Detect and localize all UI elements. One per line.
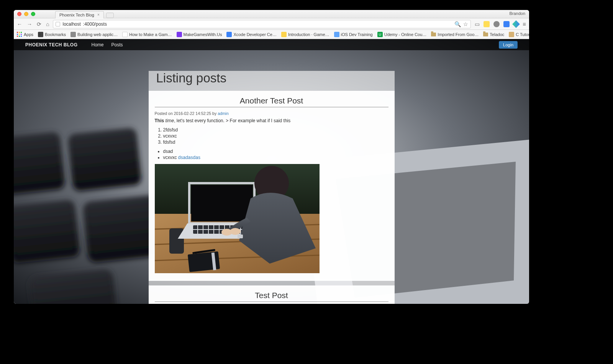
list-item: 2fdsfsd [163, 127, 388, 133]
post-author-link[interactable]: admin [218, 111, 229, 116]
post-timestamp: 2016-02-22 14:52:25 [174, 111, 211, 116]
bookmark-item[interactable]: Teladoc [483, 32, 504, 37]
post-image [155, 164, 320, 273]
site-nav-links: Home Posts [92, 42, 123, 48]
reload-button[interactable]: ⟳ [37, 21, 41, 27]
tan-icon [509, 32, 514, 37]
bookmarks-bar: Apps ★Bookmarks Building web applic… How… [14, 30, 529, 39]
post-title[interactable]: Another Test Post [155, 96, 388, 105]
close-tab-icon[interactable]: × [97, 13, 101, 16]
toolbar-right: ▭ ≡ [475, 21, 526, 27]
folder-icon [483, 33, 488, 36]
extension-icon-1[interactable] [484, 21, 490, 27]
page-container: Listing posts Another Test Post Posted o… [149, 71, 395, 304]
bookmark-item[interactable]: Imported From Goo… [431, 32, 479, 37]
browser-window: Phoenix Tech Blog × Brandon ← → ⟳ ⌂ loca… [14, 10, 529, 304]
home-button[interactable]: ⌂ [46, 21, 49, 27]
sky-icon [334, 32, 339, 37]
list-item: dsad [163, 149, 388, 154]
search-icon: 🔍 [454, 21, 461, 27]
svg-rect-1 [14, 131, 66, 196]
forward-button[interactable]: → [27, 21, 32, 27]
window-traffic-lights [17, 12, 35, 16]
chrome-menu-icon[interactable]: ≡ [523, 21, 526, 27]
post-unordered-list: dsad vcxvxc dsadasdas [155, 149, 388, 160]
svg-rect-2 [67, 127, 142, 192]
site-brand[interactable]: PHOENIX TECH BLOG [25, 42, 78, 48]
post-ordered-list: 2fdsfsd vcxvxc fdsfsd [155, 127, 388, 145]
site-navbar: PHOENIX TECH BLOG Home Posts Login [14, 39, 529, 50]
new-tab-button[interactable] [106, 13, 114, 18]
login-button[interactable]: Login [499, 41, 518, 49]
device-icon[interactable]: ▭ [475, 21, 480, 27]
bookmark-item[interactable]: iOS Dev Training [334, 32, 373, 37]
nav-arrows: ← → ⟳ ⌂ [17, 21, 49, 27]
bookmark-item[interactable]: Introduction · Game… [281, 32, 329, 37]
violet-icon [177, 32, 182, 37]
extension-icon-4[interactable] [512, 20, 520, 28]
chrome-profile-label[interactable]: Brandon [509, 11, 525, 16]
udemy-icon: U [377, 32, 383, 37]
back-button[interactable]: ← [17, 21, 22, 27]
extension-icon-2[interactable] [493, 21, 500, 27]
bookmark-item[interactable]: MakeGamesWith.Us [177, 32, 222, 37]
book-icon [70, 32, 76, 37]
minimize-window-button[interactable] [24, 12, 28, 16]
url-path: :4000/posts [83, 21, 107, 27]
post-body-line: This time, let's test every function. > … [155, 118, 388, 123]
page-viewport: PHOENIX TECH BLOG Home Posts Login Listi… [14, 39, 529, 304]
apps-grid-icon [17, 32, 22, 37]
bulb-icon [281, 32, 287, 37]
star-icon: ★ [38, 32, 43, 37]
browser-toolbar: ← → ⟳ ⌂ localhost:4000/posts 🔍 ☆ ▭ ≡ [14, 18, 529, 30]
dot-icon [122, 32, 128, 37]
folder-icon [431, 33, 436, 36]
post-divider [155, 302, 388, 302]
inline-link[interactable]: dsadasdas [178, 155, 200, 160]
bookmark-star-icon[interactable]: ☆ [463, 21, 468, 27]
list-item: vcxvxc [163, 133, 388, 139]
svg-point-37 [230, 228, 241, 235]
svg-marker-20 [191, 185, 252, 221]
page-title: Listing posts [149, 71, 395, 85]
bookmark-item[interactable]: How to Make a Gam… [122, 32, 172, 37]
post-title[interactable]: Test Post [155, 291, 388, 300]
maximize-window-button[interactable] [31, 12, 35, 16]
page-icon [56, 22, 60, 26]
post-divider [155, 107, 388, 107]
extension-icon-3[interactable] [503, 21, 510, 27]
list-item: vcxvxc dsadasdas [163, 155, 388, 160]
close-window-button[interactable] [17, 12, 21, 16]
nav-link-posts[interactable]: Posts [111, 42, 123, 48]
tab-strip: Phoenix Tech Blog × [55, 11, 114, 18]
bookmark-item[interactable]: ★Bookmarks [38, 32, 66, 37]
blue-icon [226, 32, 232, 37]
apps-label: Apps [24, 32, 33, 37]
apps-button[interactable]: Apps [17, 32, 33, 37]
post-card: Test Post Posted on 2016-02-02 20:20:11 … [149, 285, 395, 304]
browser-tab-active[interactable]: Phoenix Tech Blog × [55, 11, 104, 18]
url-host: localhost [62, 21, 80, 27]
list-item: fdsfsd [163, 139, 388, 145]
window-titlebar: Phoenix Tech Blog × Brandon [14, 10, 529, 18]
browser-tab-title: Phoenix Tech Blog [59, 13, 94, 17]
nav-link-home[interactable]: Home [92, 42, 104, 48]
address-bar[interactable]: localhost:4000/posts 🔍 ☆ [53, 20, 471, 28]
post-card: Another Test Post Posted on 2016-02-22 1… [149, 91, 395, 281]
svg-rect-38 [238, 234, 243, 238]
post-meta: Posted on 2016-02-22 14:52:25 by admin [155, 111, 388, 116]
svg-rect-13 [169, 228, 184, 254]
bookmark-item[interactable]: Building web applic… [70, 32, 118, 37]
bookmark-item[interactable]: UUdemy - Online Cou… [377, 32, 427, 37]
bookmark-item[interactable]: Xcode Developer Ce… [226, 32, 277, 37]
bookmark-item[interactable]: C Tutorial [509, 32, 529, 37]
svg-rect-3 [14, 199, 80, 264]
